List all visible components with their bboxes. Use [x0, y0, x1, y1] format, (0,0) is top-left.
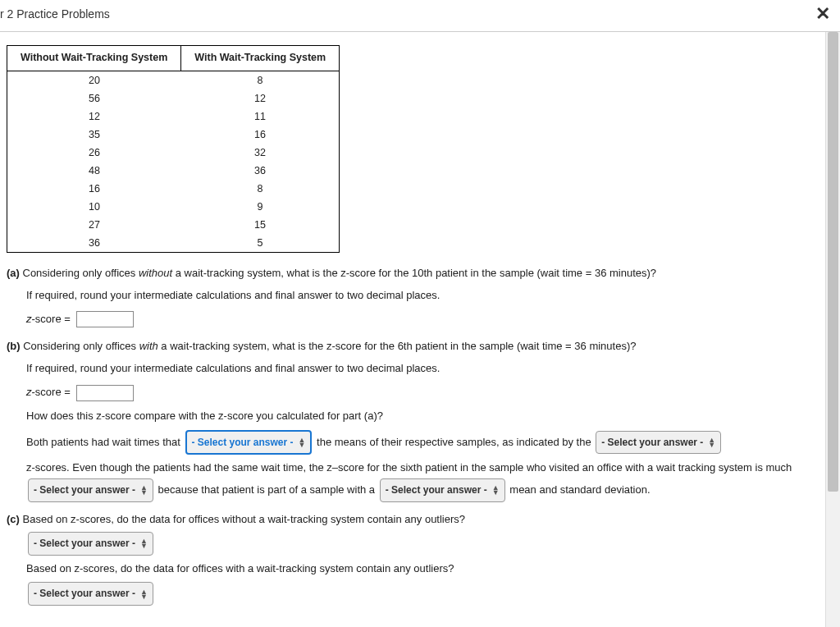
part-label: (c) [7, 513, 20, 525]
table-row: 5612 [7, 89, 340, 108]
table-row: 365 [7, 234, 340, 253]
select-answer-c1[interactable]: - Select your answer -▲▼ [28, 532, 153, 556]
hint-text: If required, round your intermediate cal… [26, 286, 819, 306]
fill-paragraph: z-scores. Even though the patients had t… [26, 458, 819, 501]
select-answer-2[interactable]: - Select your answer -▲▼ [596, 431, 721, 455]
part-label: (a) [7, 267, 20, 279]
stepper-icon: ▲▼ [140, 538, 148, 549]
question-c: (c) Based on z-scores, do the data for o… [7, 510, 819, 606]
stepper-icon: ▲▼ [140, 589, 148, 600]
close-icon[interactable]: ✕ [812, 3, 833, 25]
select-answer-4[interactable]: - Select your answer -▲▼ [380, 478, 505, 502]
zscore-input-b[interactable] [76, 385, 134, 401]
zscore-input-a[interactable] [76, 311, 134, 327]
stepper-icon: ▲▼ [299, 437, 306, 448]
fill-paragraph: Both patients had wait times that - Sele… [26, 430, 819, 455]
table-row: 208 [7, 71, 340, 89]
table-row: 168 [7, 180, 340, 198]
table-row: 3516 [7, 126, 340, 144]
table-row: 109 [7, 198, 340, 216]
scroll-thumb[interactable] [828, 32, 838, 492]
select-answer-c2[interactable]: - Select your answer -▲▼ [28, 582, 153, 606]
table-row: 2632 [7, 144, 340, 162]
stepper-icon: ▲▼ [140, 485, 148, 496]
select-answer-1[interactable]: - Select your answer -▲▼ [185, 430, 313, 455]
question-b: (b) Considering only offices with a wait… [7, 337, 819, 502]
table-header: Without Wait-Tracking System [7, 46, 181, 71]
compare-question: How does this z-score compare with the z… [26, 406, 819, 427]
table-row: 4836 [7, 162, 340, 180]
question-a: (a) Considering only offices without a w… [7, 264, 819, 330]
stepper-icon: ▲▼ [708, 437, 715, 448]
scrollbar[interactable] [825, 32, 840, 627]
data-table: Without Wait-Tracking System With Wait-T… [7, 45, 340, 253]
table-row: 1211 [7, 108, 340, 126]
page-title: r 2 Practice Problems [0, 7, 110, 21]
table-header: With Wait-Tracking System [181, 46, 340, 71]
zscore-label: z-score = [26, 382, 71, 403]
part-label: (b) [7, 340, 21, 352]
select-answer-3[interactable]: - Select your answer -▲▼ [28, 478, 153, 502]
table-row: 2715 [7, 216, 340, 234]
zscore-label: z-score = [26, 309, 71, 330]
question-c2: Based on z-scores, do the data for offic… [26, 559, 819, 579]
stepper-icon: ▲▼ [492, 485, 500, 496]
hint-text: If required, round your intermediate cal… [26, 359, 819, 379]
main-content: Without Wait-Tracking System With Wait-T… [0, 32, 825, 627]
header: r 2 Practice Problems ✕ [0, 0, 840, 32]
